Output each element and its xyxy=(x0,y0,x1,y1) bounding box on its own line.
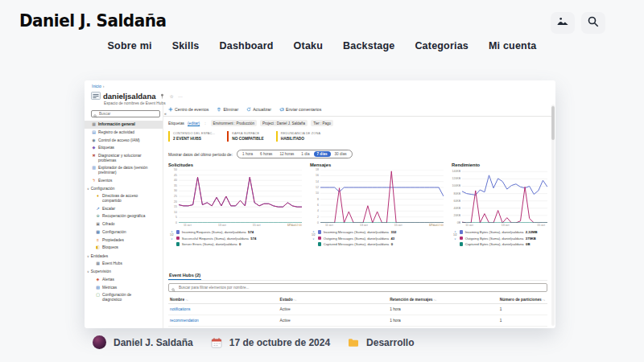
timezone-label: UTC+02:00 xyxy=(430,224,444,227)
table-filter-input[interactable] xyxy=(177,285,544,290)
y-tick-label: 0 xyxy=(175,221,177,224)
toolbar-actualizar[interactable]: Actualizar xyxy=(246,107,271,112)
az-sidebar-item-configuracion[interactable]: ▩Configuración xyxy=(85,228,163,237)
nav-otaku[interactable]: Otaku xyxy=(294,40,323,51)
search-button[interactable] xyxy=(581,12,605,34)
toolbar-centro-de-eventos[interactable]: Centro de eventos xyxy=(168,107,208,112)
scrollbar-thumb[interactable] xyxy=(551,106,555,140)
column-header-retencion-de-mensajes[interactable]: Retención de mensajes↑↓ xyxy=(388,298,498,302)
legend-swatch xyxy=(460,230,464,234)
az-sidebar-item-diagnosticar-y-solucionar-problemas[interactable]: ✖Diagnosticar y solucionar problemas xyxy=(85,152,163,164)
author-name[interactable]: Daniel J. Saldaña xyxy=(114,337,193,348)
az-sidebar-item-directivas-de-acceso-compartido[interactable]: ♦Directivas de acceso compartido xyxy=(85,192,163,204)
nav-backstage[interactable]: Backstage xyxy=(343,40,394,51)
column-header-numero-de-particiones[interactable]: Número de particiones↑↓ xyxy=(498,298,547,302)
az-sidebar-item-control-de-acceso-iam[interactable]: ◉Control de acceso (IAM) xyxy=(85,137,163,145)
az-sidebar-item-bloqueos[interactable]: ◧Bloqueos xyxy=(85,244,163,252)
time-option-12-horas[interactable]: 12 horas xyxy=(276,151,297,157)
y-tick-label: 10 xyxy=(174,211,177,214)
az-sidebar-item-registro-de-actividad[interactable]: ▤Registro de actividad xyxy=(85,129,163,137)
az-sidebar-item-explorador-de-datos-version-preliminar[interactable]: ▥Explorador de datos (versión preliminar… xyxy=(85,164,163,176)
az-sidebar-item-event-hubs[interactable]: ▦Event Hubs xyxy=(85,260,163,268)
chevron-down-icon[interactable]: ∨ xyxy=(312,237,314,241)
time-option-1-dia[interactable]: 1 día xyxy=(298,151,312,157)
nav-skills[interactable]: Skills xyxy=(172,40,200,51)
legend-item-incoming-requests[interactable]: Incoming Requests (Suma), danieljsaldana… xyxy=(176,230,302,234)
toolbar-eliminar[interactable]: Eliminar xyxy=(217,107,238,112)
az-sidebar-item-escalar[interactable]: ↗Escalar xyxy=(85,205,163,213)
nav-categorias[interactable]: Categorias xyxy=(415,40,469,51)
chevron-down-icon[interactable]: ∨ xyxy=(171,237,172,241)
more-options-icon[interactable]: … xyxy=(178,93,183,98)
legend-swatch xyxy=(460,237,464,241)
event-hubs-namespace-icon xyxy=(91,91,101,101)
y-tick-label: 15 xyxy=(174,205,177,208)
az-sidebar-group-configuracion[interactable]: ∨Configuración xyxy=(85,184,163,192)
legend-item-outgoing-bytes[interactable]: Outgoing Bytes (Suma), danieljsaldana 37… xyxy=(460,237,547,241)
az-sidebar-item-eventos[interactable]: ϟEventos xyxy=(85,177,163,185)
y-tick-label: 6 xyxy=(317,204,319,207)
time-option-6-horas[interactable]: 6 horas xyxy=(257,151,275,157)
event-hub-link[interactable]: notifications xyxy=(168,307,279,311)
az-sidebar-item-configuracion-de-diagnostico[interactable]: ▢Configuración de diagnóstico xyxy=(85,291,163,303)
theme-toggle-button[interactable] xyxy=(551,12,575,34)
sidebar-item-label: Etiquetas xyxy=(98,146,114,150)
time-option-1-hora[interactable]: 1 hora xyxy=(239,151,256,157)
table-cell: 1 hora xyxy=(388,307,498,311)
series-incoming-bytes xyxy=(462,175,547,195)
legend-value: 379KB xyxy=(526,237,536,241)
legend-pager: ∧1/2∨ xyxy=(453,230,457,249)
search-icon xyxy=(171,281,175,295)
tab-event-hubs[interactable]: Event Hubs (2) xyxy=(168,273,201,280)
tag-pill-tier-pago[interactable]: Tier : Pago xyxy=(311,120,333,126)
az-sidebar-item-cifrado[interactable]: ▣Cifrado xyxy=(85,220,163,228)
column-header-nombre[interactable]: Nombre↑↓ xyxy=(168,298,279,302)
az-sidebar-group-entidades[interactable]: ∨Entidades xyxy=(85,252,163,260)
chevron-down-icon[interactable]: ∨ xyxy=(454,237,456,241)
breadcrumb[interactable]: Inicio› xyxy=(92,84,104,88)
az-sidebar-group-supervision[interactable]: ∨Supervisión xyxy=(85,268,163,276)
sidebar-item-label: Información general xyxy=(98,122,135,127)
legend-swatch xyxy=(460,242,464,246)
legend-item-server-errors[interactable]: Server Errors (Suma), danieljsaldana 0 xyxy=(176,242,302,246)
az-sidebar-item-recuperacion-geografica[interactable]: ⊕Recuperación geográfica xyxy=(85,212,163,220)
az-sidebar-item-propiedades[interactable]: ≡Propiedades xyxy=(85,237,163,245)
x-axis-labels: 11 oct13 oct15 oct17 octUTC+02:00 xyxy=(320,223,444,228)
time-range-group: 1 hora6 horas12 horas1 día7 días30 días xyxy=(237,150,353,158)
author-avatar[interactable] xyxy=(93,335,106,349)
post-category[interactable]: Desarrollo xyxy=(366,337,414,348)
nav-sobre-mi[interactable]: Sobre mi xyxy=(108,40,152,51)
time-option-7-dias[interactable]: 7 días xyxy=(314,151,331,157)
table-cell: 1 hora xyxy=(388,319,498,323)
nav-mi-cuenta[interactable]: Mi cuenta xyxy=(489,40,536,51)
az-sidebar-item-alertas[interactable]: ◈Alertas xyxy=(85,276,163,284)
nav-dashboard[interactable]: Dashboard xyxy=(220,40,274,51)
az-sidebar-item-informacion-general[interactable]: ▦Información general xyxy=(85,121,163,129)
tags-edit-link[interactable]: (editar) xyxy=(188,121,200,125)
pin-icon[interactable] xyxy=(159,93,165,99)
event-hub-link[interactable]: recommendation xyxy=(168,319,279,323)
legend-item-incoming-messages[interactable]: Incoming Messages (Suma), danieljsaldana… xyxy=(318,230,444,234)
favorite-star-icon[interactable]: ☆ xyxy=(169,93,173,99)
y-tick-label: 0 xyxy=(317,221,319,224)
legend-item-captured-messages[interactable]: Captured Messages (Suma), danieljsaldana… xyxy=(318,242,444,246)
legend-item-captured-bytes[interactable]: Captured Bytes (Suma), danieljsaldana 0B xyxy=(460,242,547,246)
tag-pill-project-daniel-j-saldana[interactable]: Project : Daniel J. Saldaña xyxy=(260,120,308,126)
scrollbar[interactable] xyxy=(551,105,555,326)
sidebar-search-input[interactable] xyxy=(99,112,158,116)
legend-item-incoming-bytes[interactable]: Incoming Bytes (Suma), danieljsaldana 2,… xyxy=(460,230,547,234)
legend-item-outgoing-messages[interactable]: Outgoing Messages (Suma), danieljsaldana… xyxy=(318,237,444,241)
tag-pill-environment-produccion[interactable]: Environment : Producción xyxy=(211,120,258,126)
time-option-30-dias[interactable]: 30 días xyxy=(332,151,350,157)
legend-name: Outgoing Bytes (Suma), danieljsaldana xyxy=(465,237,524,241)
column-header-estado[interactable]: Estado↑↓ xyxy=(279,298,389,302)
az-sidebar-item-metricas[interactable]: ▨Métricas xyxy=(85,284,163,292)
legend-item-successful-requests[interactable]: Successful Requests (Suma), danieljsalda… xyxy=(176,237,302,241)
site-logo[interactable]: Daniel J. Saldaña xyxy=(19,10,166,31)
az-sidebar-item-etiquetas[interactable]: ◆Etiquetas xyxy=(85,144,163,152)
toolbar-enviar-comentarios[interactable]: Enviar comentarios xyxy=(279,107,321,112)
y-tick-label: 18 xyxy=(316,168,319,171)
y-tick-label: 2 xyxy=(317,216,319,219)
legend-value: 574 xyxy=(248,230,254,234)
y-tick-label: 40 xyxy=(174,179,177,182)
